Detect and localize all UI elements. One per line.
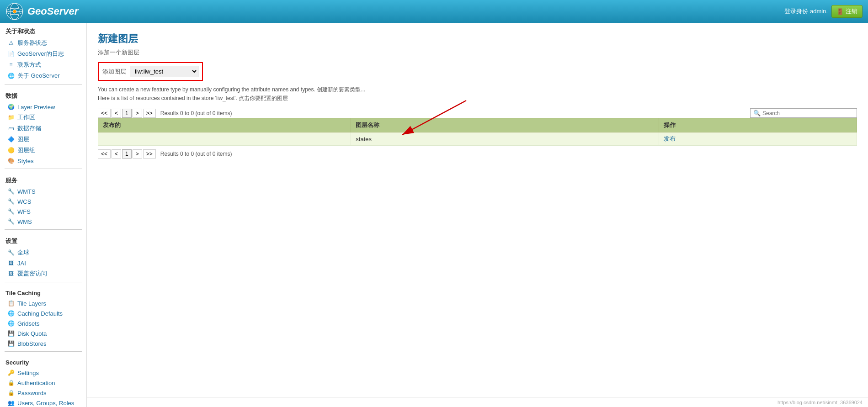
store-select[interactable]: liw:liw_test (130, 66, 198, 77)
sidebar-section-security: Security (0, 354, 86, 368)
sidebar-item-caching-defaults[interactable]: 🌐 Caching Defaults (0, 308, 86, 318)
sidebar-item-coverage-access[interactable]: 🖼 覆盖密访问 (0, 268, 86, 279)
sidebar-item-layergroups[interactable]: 🟡 图层组 (0, 145, 86, 156)
sidebar-item-disk-quota[interactable]: 💾 Disk Quota (0, 328, 86, 338)
sidebar-label-wms: WMS (17, 218, 32, 225)
divider-settings-tile (5, 282, 82, 282)
sidebar-item-contact[interactable]: ≡ 联系方式 (0, 59, 86, 70)
sidebar-label-users-groups-roles: Users, Groups, Roles (17, 400, 74, 407)
wcs-icon: 🔧 (7, 198, 15, 205)
layout: 关于和状态 ⚠ 服务器状态 📄 GeoServer的日志 ≡ 联系方式 🌐 关于… (0, 23, 868, 407)
pagination-top: << < 1 > >> Results 0 to 0 (out of 0 ite… (98, 108, 857, 118)
sidebar-label-passwords: Passwords (17, 390, 47, 396)
workspaces-icon: 📁 (7, 114, 15, 121)
sidebar-item-about[interactable]: 🌐 关于 GeoServer (0, 70, 86, 81)
sidebar-label-logs: GeoServer的日志 (17, 50, 64, 58)
blobstores-icon: 💾 (7, 340, 15, 347)
sidebar-label-about: 关于 GeoServer (17, 72, 59, 80)
cell-layer-name: states (351, 132, 659, 146)
sidebar-section-tile-caching: Tile Caching (0, 285, 86, 298)
sidebar-label-authentication: Authentication (17, 380, 55, 386)
sidebar-item-layer-preview[interactable]: 🌍 Layer Preview (0, 102, 86, 112)
info-line1: You can create a new feature type by man… (98, 85, 857, 94)
sidebar-label-jai: JAI (17, 260, 26, 267)
logout-icon: 🚪 (836, 8, 844, 15)
gridsets-icon: 🌐 (7, 320, 15, 327)
logo-text: GeoServer (27, 5, 78, 17)
sidebar-label-datastores: 数据存储 (17, 124, 41, 132)
pagination-info-bottom: Results 0 to 0 (out of 0 items) (160, 151, 232, 157)
layergroups-icon: 🟡 (7, 147, 15, 154)
sidebar-item-layers[interactable]: 🔷 图层 (0, 134, 86, 145)
page-last-top[interactable]: >> (143, 109, 156, 118)
page-next-bottom[interactable]: > (133, 149, 142, 159)
sidebar-item-wcs[interactable]: 🔧 WCS (0, 196, 86, 206)
styles-icon: 🎨 (7, 157, 15, 164)
publish-button[interactable]: 发布 (664, 135, 676, 143)
sidebar-item-styles[interactable]: 🎨 Styles (0, 156, 86, 166)
info-text: You can create a new feature type by man… (98, 85, 857, 103)
sidebar-label-blobstores: BlobStores (17, 340, 47, 347)
sidebar-item-blobstores[interactable]: 💾 BlobStores (0, 338, 86, 349)
sidebar-section-about: 关于和状态 (0, 23, 86, 37)
page-prev-bottom[interactable]: < (112, 149, 121, 159)
col-actions: 操作 (659, 118, 857, 132)
tile-layers-icon: 📋 (7, 300, 15, 307)
divider-tile-security (5, 351, 82, 352)
sidebar-item-logs[interactable]: 📄 GeoServer的日志 (0, 48, 86, 59)
sidebar-item-passwords[interactable]: 🔒 Passwords (0, 388, 86, 398)
add-layer-label: 添加图层 (102, 68, 126, 76)
page-next-top[interactable]: > (133, 109, 142, 118)
sidebar-item-wmts[interactable]: 🔧 WMTS (0, 186, 86, 196)
logs-icon: 📄 (7, 50, 15, 58)
sidebar-item-jai[interactable]: 🖼 JAI (0, 258, 86, 268)
page-title: 新建图层 (98, 32, 857, 46)
content-area: 新建图层 添加一个新图层 添加图层 liw:liw_test You can c… (87, 23, 868, 407)
sidebar-item-datastores[interactable]: 🗃 数据存储 (0, 123, 86, 134)
sidebar-label-global: 全球 (17, 248, 29, 257)
about-icon: 🌐 (7, 72, 15, 79)
sidebar-item-wms[interactable]: 🔧 WMS (0, 217, 86, 227)
disk-quota-icon: 💾 (7, 330, 15, 337)
sidebar: 关于和状态 ⚠ 服务器状态 📄 GeoServer的日志 ≡ 联系方式 🌐 关于… (0, 23, 87, 407)
pagination-info-top: Results 0 to 0 (out of 0 items) (160, 110, 232, 116)
sidebar-item-security-settings[interactable]: 🔑 Settings (0, 368, 86, 378)
jai-icon: 🖼 (7, 259, 15, 267)
sidebar-label-coverage: 覆盖密访问 (17, 270, 47, 278)
add-layer-row: 添加图层 liw:liw_test (98, 62, 203, 81)
table-wrapper: 发布的 图层名称 操作 states 发布 (98, 118, 857, 146)
wfs-icon: 🔧 (7, 208, 15, 215)
key-icon: 🔑 (7, 369, 15, 376)
sidebar-label-layer-preview: Layer Preview (17, 104, 55, 111)
page-prev-top[interactable]: < (112, 109, 121, 118)
sidebar-label-gridsets: Gridsets (17, 320, 39, 327)
page-last-bottom[interactable]: >> (143, 149, 156, 159)
sidebar-item-workspaces[interactable]: 📁 工作区 (0, 112, 86, 123)
coverage-icon: 🖼 (7, 270, 15, 277)
sidebar-label-server-status: 服务器状态 (17, 39, 47, 47)
table-body: states 发布 (98, 132, 857, 146)
svg-point-4 (13, 10, 16, 13)
global-icon: 🔧 (7, 249, 15, 256)
logout-button[interactable]: 🚪 注销 (831, 5, 863, 18)
sidebar-label-workspaces: 工作区 (17, 113, 35, 122)
sidebar-item-tile-layers[interactable]: 📋 Tile Layers (0, 298, 86, 308)
table-header-row: 发布的 图层名称 操作 (98, 118, 857, 132)
sidebar-label-wfs: WFS (17, 208, 31, 215)
layer-preview-icon: 🌍 (7, 103, 15, 111)
sidebar-item-gridsets[interactable]: 🌐 Gridsets (0, 318, 86, 328)
sidebar-label-security-settings: Settings (17, 370, 39, 376)
col-layer-name: 图层名称 (351, 118, 659, 132)
sidebar-item-users-groups-roles[interactable]: 👥 Users, Groups, Roles (0, 398, 86, 407)
search-input[interactable] (762, 110, 854, 116)
sidebar-item-wfs[interactable]: 🔧 WFS (0, 206, 86, 217)
sidebar-item-authentication[interactable]: 🔒 Authentication (0, 378, 86, 388)
sidebar-item-global[interactable]: 🔧 全球 (0, 247, 86, 258)
data-table: 发布的 图层名称 操作 states 发布 (98, 118, 857, 146)
page-current-bottom: 1 (122, 149, 132, 159)
sidebar-section-data: 数据 (0, 87, 86, 102)
page-first-bottom[interactable]: << (98, 149, 111, 159)
sidebar-label-wmts: WMTS (17, 188, 36, 195)
sidebar-item-server-status[interactable]: ⚠ 服务器状态 (0, 37, 86, 48)
page-first-top[interactable]: << (98, 109, 111, 118)
